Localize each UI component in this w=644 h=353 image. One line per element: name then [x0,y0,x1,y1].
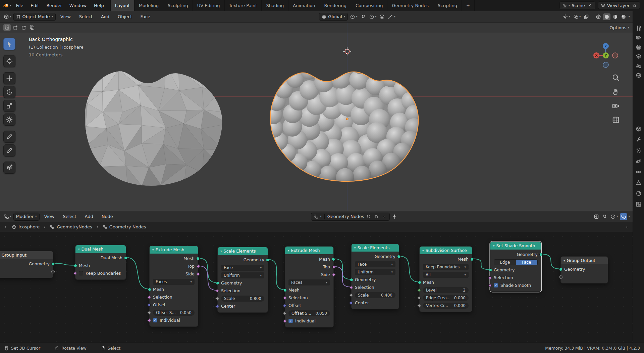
blender-logo-icon[interactable]: ▾ [2,2,12,9]
node-menu-add[interactable]: Add [81,214,97,219]
socket-geometry-input[interactable] [559,268,562,271]
socket-geometry-input[interactable] [216,281,219,285]
socket-virtual-input[interactable] [559,275,562,279]
select-mode-subtract[interactable] [20,24,28,31]
tool-cursor-3d[interactable] [3,55,15,67]
node-snap-toggle[interactable] [601,213,608,220]
mode-dropdown[interactable]: Object Mode▾ [13,13,56,21]
checkbox-individual[interactable]: ✓ [288,319,293,323]
socket-geometry-output[interactable] [539,253,543,256]
node-header[interactable]: ▾Extrude Mesh [285,247,333,254]
pivot-dropdown[interactable]: ▾ [349,13,359,20]
node-extrude-mesh[interactable]: ▾Extrude MeshMeshTopSideFaces▾MeshSelect… [149,246,198,327]
navigation-gizmo[interactable]: ZXY [590,40,621,71]
proportional-toggle[interactable] [378,13,386,20]
properties-tab-world[interactable] [635,72,643,79]
workspace-tab-layout[interactable]: Layout [110,0,135,11]
collapse-icon[interactable]: ▾ [422,249,424,252]
shading-wireframe-button[interactable] [595,13,602,20]
menu-edit[interactable]: Edit [27,0,43,11]
dropdown-uniform[interactable]: Uniform▾ [221,272,264,278]
socket-virtual-output[interactable] [51,270,55,273]
menu-window[interactable]: Window [66,0,90,11]
menu-render[interactable]: Render [43,0,65,11]
collapse-icon[interactable]: ▾ [493,244,495,248]
mesh-dual-icosphere[interactable] [80,64,228,193]
node-subdivision-surface[interactable]: ▾Subdivision SurfaceMeshKeep Boundaries▾… [419,246,472,312]
socket-mesh-input[interactable] [418,281,421,284]
properties-tab-render[interactable] [635,34,643,41]
socket-mesh-input[interactable] [74,264,77,267]
tool-measure[interactable] [3,144,15,157]
node-link[interactable] [53,264,75,265]
workspace-tab-scripting[interactable]: Scripting [433,0,462,11]
collapse-icon[interactable]: ▾ [78,248,80,251]
fake-user-toggle[interactable] [366,214,372,219]
snap-target-dropdown[interactable]: ▾ [368,13,378,20]
breadcrumb-geometrynodes[interactable]: GeometryNodes [49,224,93,230]
tool-transform[interactable] [3,114,15,126]
viewport-menu-select[interactable]: Select [75,14,96,19]
node-header[interactable]: ▾Dual Mesh [75,245,126,253]
show-overlays-dropdown[interactable]: ▾ [572,13,582,20]
node-scale-elements[interactable]: ▾Scale ElementsGeometryFace▾Uniform▾Geom… [351,244,399,309]
workspace-tab-modeling[interactable]: Modeling [135,0,163,11]
properties-tab-tool[interactable] [635,25,643,32]
viewport-menu-view[interactable]: View [57,14,74,19]
field-edge-crea[interactable]: Edge Crea...0.000 [423,295,469,301]
node-link[interactable] [399,256,419,282]
field-offset-s[interactable]: Offset S...0.050 [288,310,330,316]
select-mode-set[interactable] [3,24,11,31]
dropdown-faces[interactable]: Faces▾ [288,279,330,285]
socket-mesh-output[interactable] [332,258,335,261]
falloff-dropdown[interactable]: ▾ [387,13,396,20]
field-vertex-cr[interactable]: Vertex Cr...0.000 [423,303,469,309]
properties-tab-constraints[interactable] [635,168,643,176]
tool-scale[interactable] [3,100,15,112]
mesh-bubble-icosphere-selected[interactable] [264,54,423,186]
node-link[interactable] [541,254,560,269]
properties-tab-particles[interactable] [635,147,643,154]
shading-material-button[interactable] [611,13,619,20]
viewport-menu-face[interactable]: Face [137,14,154,19]
field-scale[interactable]: Scale0.800 [221,296,264,302]
node-link[interactable] [126,258,149,289]
viewlayer-selector[interactable]: ViewLayer [598,1,640,9]
editor-type-button[interactable]: ▾ [3,213,12,220]
tool-rotate[interactable] [3,86,15,98]
new-viewlayer-button[interactable] [631,3,637,8]
socket-geometry-output[interactable] [397,255,400,258]
add-workspace-button[interactable]: + [462,0,475,11]
socket-mesh-output[interactable] [470,258,474,261]
node-group-output[interactable]: ▾Group OutputGeometry [560,256,608,283]
tool-annotate[interactable] [3,131,15,143]
zoom-button[interactable] [611,73,621,82]
socket-geometry-output[interactable] [51,262,55,266]
workspace-tab-animation[interactable]: Animation [288,0,320,11]
node-header[interactable]: ▾Extrude Mesh [150,246,198,254]
node-scale-elements[interactable]: ▾Scale ElementsGeometryFace▾Uniform▾Geom… [217,247,268,313]
xray-toggle[interactable] [583,13,590,20]
unlink-tree-button[interactable] [381,214,387,219]
node-header[interactable]: ▾Set Shade Smooth [490,242,541,250]
viewport-menu-object[interactable]: Object [114,14,136,19]
field-scale[interactable]: Scale0.400 [355,292,395,298]
dropdown-face[interactable]: Face▾ [355,261,395,267]
breadcrumb-geometry-nodes[interactable]: Geometry Nodes [102,224,147,230]
viewport-scene[interactable] [0,23,633,211]
viewport-menu-add[interactable]: Add [97,14,113,19]
menu-help[interactable]: Help [90,0,108,11]
field-offset-s[interactable]: Offset S...0.050 [153,310,195,316]
properties-tab-physics[interactable] [635,158,643,165]
properties-tab-modifiers[interactable] [635,136,643,143]
node-header[interactable]: ▾Scale Elements [218,247,268,255]
shading-solid-button[interactable] [603,13,610,20]
socket-geometry-input[interactable] [489,268,492,272]
dropdown-face[interactable]: Face▾ [221,265,264,271]
socket-mesh-input[interactable] [283,289,287,292]
node-link[interactable] [472,259,490,270]
viewport-canvas[interactable]: Options ▾ Back Orthographic (1) Collecti… [0,23,633,211]
workspace-tab-uv-editing[interactable]: UV Editing [193,0,225,11]
shading-rendered-button[interactable] [620,13,627,20]
socket-dual-mesh-output[interactable] [124,256,127,260]
